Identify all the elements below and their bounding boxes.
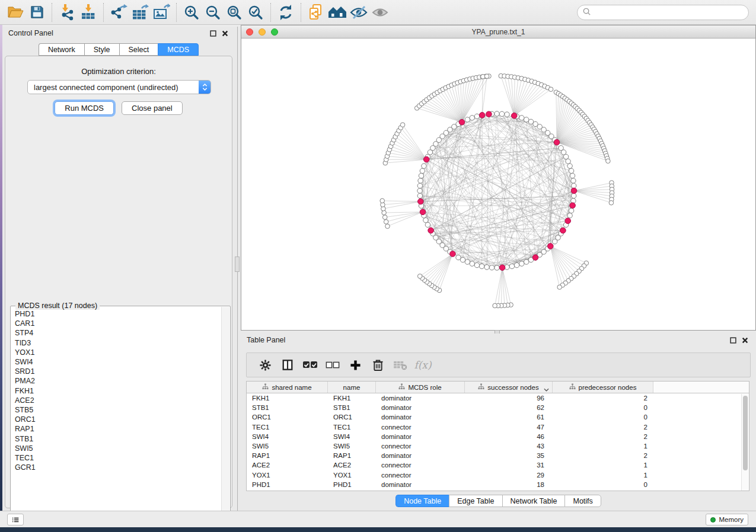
import-table-icon[interactable]: [78, 2, 99, 23]
table-row[interactable]: SWI5SWI5connector431: [247, 441, 749, 451]
memory-status-icon: [710, 517, 716, 523]
table-cell: 96: [465, 395, 553, 402]
search-box[interactable]: [577, 5, 749, 20]
splitter-grip[interactable]: [235, 257, 240, 272]
tab-network[interactable]: Network: [39, 43, 84, 56]
mcds-result-item[interactable]: STB1: [15, 434, 222, 444]
close-table-panel-icon[interactable]: [741, 336, 749, 344]
tab-motifs[interactable]: Motifs: [564, 495, 601, 507]
save-session-icon[interactable]: [26, 2, 47, 23]
function-builder-icon: f(x): [412, 354, 434, 376]
show-panels-menu-button[interactable]: [7, 514, 24, 525]
column-header-shared-name[interactable]: shared name: [247, 382, 328, 393]
table-row[interactable]: FKH1FKH1dominator962: [247, 393, 749, 403]
zoom-fit-icon[interactable]: [224, 2, 245, 23]
hide-selected-icon[interactable]: [348, 2, 369, 23]
table-row[interactable]: YOX1YOX1connector291: [247, 470, 749, 480]
tab-mcds[interactable]: MCDS: [158, 43, 199, 56]
zoom-selected-icon[interactable]: [245, 2, 266, 23]
mcds-result-scrollbar[interactable]: [221, 307, 229, 524]
run-mcds-button[interactable]: Run MCDS: [55, 101, 114, 115]
mcds-result-item[interactable]: RAP1: [15, 424, 222, 434]
mcds-result-item[interactable]: FKH1: [15, 386, 222, 396]
column-header-name[interactable]: name: [328, 382, 376, 393]
mcds-result-item[interactable]: TEC1: [15, 453, 222, 463]
tab-node-table[interactable]: Node Table: [395, 495, 449, 507]
network-window-titlebar[interactable]: YPA_prune.txt_1: [241, 25, 755, 39]
float-panel-icon[interactable]: [209, 30, 217, 37]
table-cell: 2: [553, 424, 653, 431]
sort-indicator-icon[interactable]: [544, 386, 549, 393]
delete-column-icon[interactable]: [366, 354, 389, 376]
tab-edge-table[interactable]: Edge Table: [449, 495, 502, 507]
table-row[interactable]: RAP1RAP1dominator352: [247, 451, 749, 460]
mcds-result-item[interactable]: STB5: [15, 405, 222, 415]
mcds-result-item[interactable]: ORC1: [15, 415, 222, 424]
network-view-canvas[interactable]: [241, 39, 755, 330]
table-cell: STB1: [247, 404, 328, 411]
control-panel: Control Panel NetworkStyleSelectMCDS Opt…: [2, 27, 235, 511]
export-table-icon[interactable]: [129, 2, 151, 23]
zoom-out-icon[interactable]: [202, 2, 224, 23]
mcds-result-item[interactable]: SWI4: [15, 357, 222, 367]
table-cell: FKH1: [328, 395, 376, 402]
mcds-result-item[interactable]: TID3: [15, 338, 222, 348]
table-row[interactable]: SWI4SWI4dominator462: [247, 432, 749, 441]
mcds-result-list[interactable]: PHD1CAR1STP4TID3YOX1SWI4SRD1PMA2FKH1ACE2…: [11, 309, 222, 524]
mcds-result-item[interactable]: STP4: [15, 328, 222, 338]
column-header-MCDS-role[interactable]: MCDS role: [376, 382, 465, 393]
table-toolbar: f(x): [246, 352, 751, 377]
mcds-result-item[interactable]: ACE2: [15, 396, 222, 405]
criterion-select[interactable]: largest connected component (undirected): [27, 80, 211, 94]
table-row[interactable]: TEC1TEC1connector472: [247, 422, 749, 432]
toolbar-separator: [301, 3, 301, 22]
tab-network-table[interactable]: Network Table: [502, 495, 565, 507]
open-file-icon[interactable]: [5, 2, 26, 23]
show-all-icon[interactable]: [369, 2, 391, 23]
clone-network-icon[interactable]: [305, 2, 327, 23]
column-header-successor-nodes[interactable]: successor nodes: [465, 382, 553, 393]
memory-button[interactable]: Memory: [706, 514, 748, 525]
export-image-icon[interactable]: [151, 2, 172, 23]
tab-select[interactable]: Select: [119, 43, 158, 56]
zoom-in-icon[interactable]: [181, 2, 202, 23]
table-row[interactable]: STB1STB1dominator620: [247, 403, 749, 412]
column-header-predecessor-nodes[interactable]: predecessor nodes: [553, 382, 653, 393]
search-icon: [582, 7, 591, 18]
mcds-result-item[interactable]: CAR1: [15, 319, 222, 328]
mcds-result-item[interactable]: YOX1: [15, 348, 222, 357]
deselect-all-icon[interactable]: [321, 354, 344, 376]
toolbar-separator: [103, 3, 104, 22]
float-table-panel-icon[interactable]: [729, 336, 737, 344]
add-column-icon[interactable]: [344, 354, 366, 376]
node-table: shared namenameMCDS rolesuccessor nodesp…: [246, 381, 749, 491]
select-all-icon[interactable]: [299, 354, 321, 376]
table-scrollbar-thumb[interactable]: [743, 396, 748, 470]
table-panel: Table Panel f(x) shared namenameMCDS rol…: [241, 334, 756, 511]
close-panel-button[interactable]: Close panel: [122, 101, 183, 115]
table-cell: 0: [553, 404, 653, 411]
status-bar: Memory: [0, 511, 756, 527]
mcds-result-item[interactable]: SRD1: [15, 367, 222, 376]
close-panel-icon[interactable]: [221, 30, 229, 37]
table-cell: ORC1: [247, 414, 328, 421]
table-row[interactable]: PHD1PHD1dominator180: [247, 480, 749, 489]
import-network-icon[interactable]: [56, 2, 78, 23]
search-input[interactable]: [594, 8, 744, 17]
table-row[interactable]: ORC1ORC1dominator610: [247, 412, 749, 422]
home-networks-icon[interactable]: [327, 2, 348, 23]
export-network-icon[interactable]: [108, 2, 129, 23]
split-panel-icon[interactable]: [276, 354, 299, 376]
refresh-icon[interactable]: [275, 2, 296, 23]
table-cell: PHD1: [328, 481, 376, 488]
tab-style[interactable]: Style: [84, 43, 119, 56]
mcds-result-item[interactable]: GCR1: [15, 463, 222, 472]
mcds-result-item[interactable]: PHD1: [15, 309, 222, 319]
table-row[interactable]: ACE2ACE2connector311: [247, 460, 749, 470]
mcds-result-item[interactable]: SWI5: [15, 444, 222, 453]
vertical-splitter[interactable]: [235, 27, 241, 511]
table-cell: 1: [553, 443, 653, 450]
table-settings-icon[interactable]: [254, 354, 276, 376]
table-scrollbar[interactable]: [741, 394, 748, 491]
mcds-result-item[interactable]: PMA2: [15, 376, 222, 386]
